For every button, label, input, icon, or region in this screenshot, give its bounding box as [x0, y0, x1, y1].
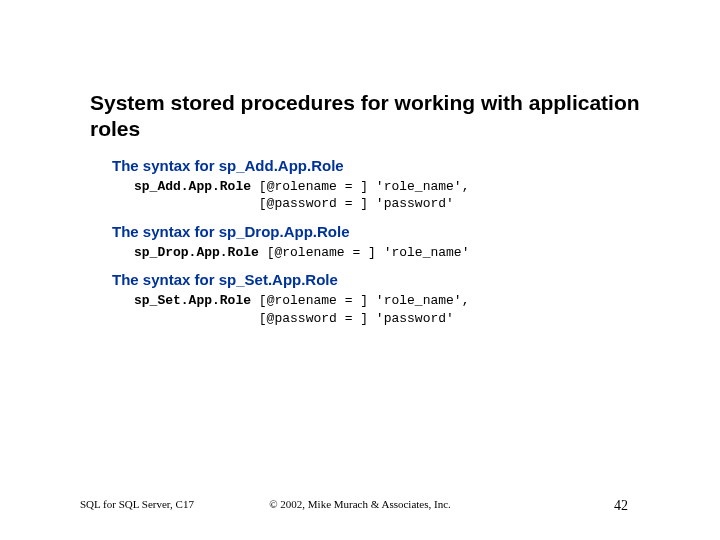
- slide-footer: SQL for SQL Server, C17 © 2002, Mike Mur…: [0, 498, 720, 516]
- slide: System stored procedures for working wit…: [0, 0, 720, 540]
- code-block-3: sp_Set.App.Role [@rolename = ] 'role_nam…: [134, 292, 660, 327]
- footer-center: © 2002, Mike Murach & Associates, Inc.: [0, 498, 720, 510]
- code-block-1: sp_Add.App.Role [@rolename = ] 'role_nam…: [134, 178, 660, 213]
- footer-page-number: 42: [614, 498, 628, 514]
- section-heading-1: The syntax for sp_Add.App.Role: [112, 157, 660, 174]
- code-block-2: sp_Drop.App.Role [@rolename = ] 'role_na…: [134, 244, 660, 262]
- section-heading-2: The syntax for sp_Drop.App.Role: [112, 223, 660, 240]
- slide-title: System stored procedures for working wit…: [90, 90, 660, 143]
- slide-content: System stored procedures for working wit…: [90, 90, 660, 327]
- section-heading-3: The syntax for sp_Set.App.Role: [112, 271, 660, 288]
- code-rest-2: [@rolename = ] 'role_name': [259, 245, 470, 260]
- code-bold-3: sp_Set.App.Role: [134, 293, 251, 308]
- code-bold-2: sp_Drop.App.Role: [134, 245, 259, 260]
- code-bold-1: sp_Add.App.Role: [134, 179, 251, 194]
